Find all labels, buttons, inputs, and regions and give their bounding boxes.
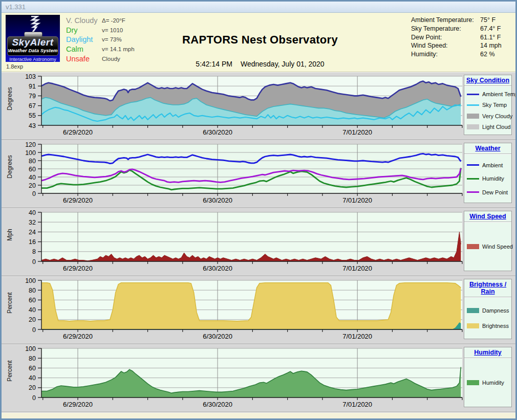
x-axis-label: 6/30/2020 — [203, 264, 232, 272]
status-row-1: Dryv= 1010 — [66, 26, 135, 35]
reading-label-4: Humidity: — [411, 50, 480, 59]
legend-label: Light Cloud — [482, 124, 511, 130]
x-axis-label: 7/01/2020 — [342, 333, 372, 340]
legend-0: Sky ConditionAmbient TempSky TempVery Cl… — [464, 75, 512, 135]
y-tick-label: 40 — [29, 174, 36, 181]
y-tick-label: 8 — [32, 248, 36, 255]
legend-item: Sky Temp — [467, 102, 509, 108]
x-axis-label: 7/01/2020 — [342, 196, 372, 204]
legend-item: Humidity — [467, 380, 509, 386]
legend-swatch — [467, 308, 479, 313]
y-tick-label: 80 — [29, 355, 36, 362]
legend-swatch — [467, 191, 479, 193]
legend-3: Brightness / RainDampnessBrightness — [464, 279, 512, 339]
app-window: v1.331 SkyAlert Weather Data System Inte… — [0, 0, 517, 420]
time-date: 5:42:14 PM Wednesday, July 01, 2020 — [155, 60, 365, 68]
legend-title: Brightness / Rain — [464, 279, 511, 295]
legend-swatch — [467, 244, 479, 249]
center-block: RAPTORS Nest Observatory 5:42:14 PM Wedn… — [155, 13, 365, 72]
y-tick-label: 60 — [29, 166, 36, 173]
y-tick-label: 100 — [25, 277, 36, 284]
legend-item: Light Cloud — [467, 124, 509, 130]
legend-label: Wind Speed — [482, 244, 513, 250]
y-tick-label: 55 — [29, 112, 36, 119]
current-time: 5:42:14 PM — [196, 60, 232, 68]
y-tick-label: 0 — [32, 258, 36, 266]
legend-title: Weather — [464, 143, 511, 152]
status-value: v= 73% — [102, 36, 122, 42]
legend-label: Very Cloudy — [482, 113, 512, 119]
status-row-4: UnsafeCloudy — [66, 54, 135, 63]
logo-subtitle: Weather Data System — [8, 48, 58, 53]
lightning-bolt-icon — [21, 16, 45, 33]
y-tick-label: 80 — [29, 158, 36, 165]
y-tick-label: 103 — [25, 73, 36, 80]
legend-item: Very Cloudy — [467, 113, 509, 119]
reading-label-3: Wind Speed: — [411, 41, 480, 50]
legend-swatch — [467, 380, 479, 385]
y-tick-label: 0 — [32, 326, 36, 334]
legend-2: Wind SpeedWind Speed — [464, 211, 512, 271]
legend-item: Humidity — [467, 175, 509, 182]
y-tick-label: 40 — [29, 209, 36, 216]
skyalert-logo: SkyAlert Weather Data System Interactive… — [6, 15, 60, 62]
y-tick-label: 20 — [29, 182, 36, 189]
x-axis-label: 6/30/2020 — [203, 128, 232, 136]
chart-panel-sky-condition: Degrees43556779911036/29/20206/30/20207/… — [2, 72, 515, 140]
y-tick-label: 16 — [29, 238, 36, 246]
x-axis-label: 6/29/2020 — [63, 333, 93, 340]
x-axis-label: 7/01/2020 — [342, 264, 372, 272]
current-date: Wednesday, July 01, 2020 — [241, 60, 325, 68]
y-tick-label: 40 — [29, 306, 36, 314]
legend-label: Sky Temp — [482, 102, 507, 108]
y-tick-label: 20 — [29, 316, 36, 323]
status-label: Unsafe — [66, 55, 102, 63]
logo-plate: SkyAlert Weather Data System — [7, 36, 58, 56]
reading-label-0: Ambient Temperature: — [411, 16, 480, 25]
observatory-title: RAPTORS Nest Observatory — [155, 33, 365, 47]
legend-item: Ambient — [467, 162, 509, 168]
legend-item: Dampness — [467, 307, 509, 314]
legend-label: Dew Point — [482, 189, 508, 195]
status-value: v= 14.1 mph — [102, 46, 135, 52]
status-row-3: Calmv= 14.1 mph — [66, 45, 135, 54]
chart-plot: 0204060801001206/29/20206/30/20207/01/20… — [2, 140, 465, 208]
legend-swatch — [467, 323, 479, 328]
legend-label: Ambient — [482, 162, 503, 168]
legend-swatch — [467, 178, 479, 180]
x-axis-label: 6/29/2020 — [63, 401, 93, 408]
x-axis-label: 6/29/2020 — [63, 264, 93, 272]
chart-plot: 43556779911036/29/20206/30/20207/01/2020 — [2, 72, 465, 140]
header: SkyAlert Weather Data System Interactive… — [2, 13, 515, 72]
x-axis-label: 6/29/2020 — [63, 128, 93, 136]
status-label: Dry — [66, 26, 102, 34]
y-tick-label: 32 — [29, 219, 36, 226]
chart-panel-wind-speed: Mph08162432406/29/20206/30/20207/01/2020… — [2, 208, 515, 276]
window-title: v1.331 — [6, 3, 26, 11]
title-bar[interactable]: v1.331 — [2, 2, 515, 13]
legend-swatch — [467, 124, 479, 129]
legend-item: Brightness — [467, 323, 509, 329]
x-axis-label: 6/29/2020 — [63, 196, 93, 204]
status-row-2: Daylightv= 73% — [66, 35, 135, 45]
status-label: Daylight — [66, 35, 102, 43]
y-tick-label: 79 — [29, 93, 36, 100]
y-tick-label: 60 — [29, 365, 36, 372]
legend-swatch — [467, 104, 479, 106]
chart-panel-brightness-rain: Percent0204060801006/29/20206/30/20207/0… — [2, 276, 515, 344]
x-axis-label: 6/30/2020 — [203, 333, 232, 340]
chart-panel-humidity: Percent0204060801006/29/20206/30/20207/0… — [2, 344, 515, 412]
bottom-strip — [2, 412, 515, 419]
chart-plot: 08162432406/29/20206/30/20207/01/2020 — [2, 208, 465, 276]
legend-swatch — [467, 164, 479, 166]
reading-value-4: 62 % — [480, 50, 502, 59]
reading-label-1: Sky Temperature: — [411, 25, 480, 33]
exposure-version: 1.8exp — [6, 63, 23, 70]
x-axis-label: 6/30/2020 — [203, 196, 232, 204]
charts: Degrees43556779911036/29/20206/30/20207/… — [2, 72, 515, 412]
legend-item: Wind Speed — [467, 244, 509, 250]
y-tick-label: 20 — [29, 384, 36, 391]
status-list: V. CloudyΔ= -20°FDryv= 1010Daylightv= 73… — [66, 16, 135, 63]
status-value: Δ= -20°F — [102, 17, 125, 24]
reading-value-2: 61.1° F — [480, 33, 502, 42]
